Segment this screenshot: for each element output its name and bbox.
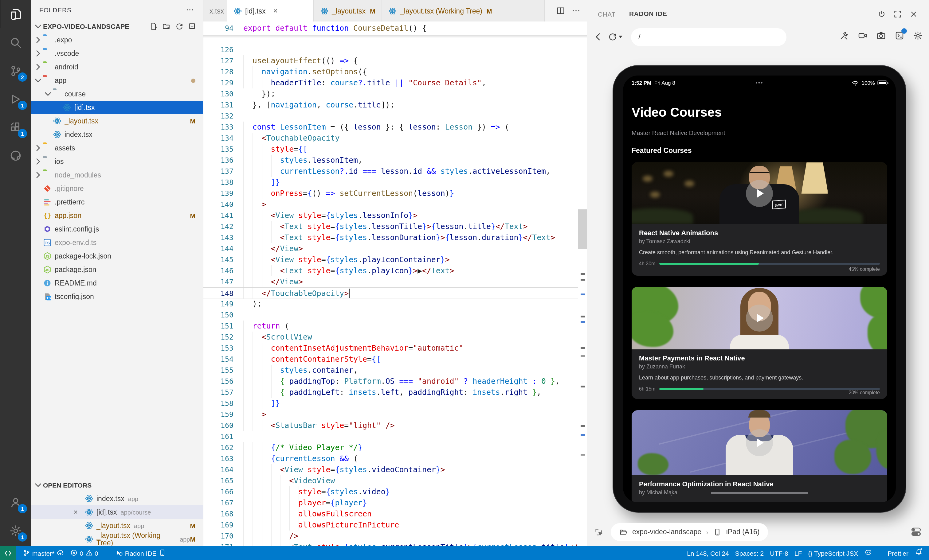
device-screen[interactable]: 1:52 PM Fri Aug 8 ••• 100% Video Courses…	[623, 75, 896, 502]
activity-settings[interactable]: 1	[0, 516, 31, 545]
scrollbar-thumb[interactable]	[578, 210, 587, 249]
video-camera-button[interactable]	[858, 31, 868, 43]
code-line-161: 161	[203, 431, 587, 442]
tree-item-label: app.json	[55, 212, 81, 219]
tree-item-expo-env.d.ts[interactable]: TSexpo-env.d.ts	[31, 236, 203, 249]
tree-item-package.json[interactable]: JSpackage.json	[31, 263, 203, 276]
reload-button[interactable]	[608, 32, 622, 42]
tree-item-index.tsx[interactable]: index.tsx	[31, 128, 203, 141]
activity-run-debug[interactable]: 1	[0, 85, 31, 113]
tree-item-.vscode[interactable]: .vscode	[31, 47, 203, 60]
close-icon[interactable]: ×	[271, 6, 279, 15]
chevron-down-icon[interactable]	[33, 480, 43, 490]
folders-more-actions-icon[interactable]	[185, 6, 194, 14]
status-ln-148-col-24[interactable]: Ln 148, Col 24	[684, 546, 732, 560]
course-author: by Zuzanna Furtak	[639, 364, 880, 370]
status--typescript-jsx[interactable]: {} TypeScript JSX	[805, 546, 861, 560]
tree-item-_layout.tsx[interactable]: _layout.tsxM	[31, 114, 203, 128]
close-icon[interactable]: ×	[71, 508, 80, 516]
more-actions-icon[interactable]	[572, 6, 581, 15]
home-indicator[interactable]	[711, 492, 808, 494]
element-inspector-icon[interactable]	[594, 527, 603, 536]
device-selector[interactable]: expo-video-landscape › iPad (A16)	[611, 523, 768, 541]
panel-tab-chat[interactable]: CHAT	[598, 11, 616, 23]
editor-scrollbar[interactable]	[578, 35, 587, 546]
course-card-1[interactable]: swmReact Native Animationsby Tomasz Zawa…	[632, 162, 887, 276]
svg-text:TS: TS	[45, 241, 50, 245]
activity-source-control[interactable]: 2	[0, 57, 31, 85]
fullscreen-icon[interactable]	[893, 10, 902, 18]
tab-x.tsx[interactable]: x.tsx	[203, 0, 227, 21]
back-icon[interactable]	[593, 32, 603, 42]
status-utf-8[interactable]: UTF-8	[767, 546, 791, 560]
reload-dropdown-icon[interactable]	[619, 36, 622, 38]
tree-item-.expo[interactable]: .expo	[31, 33, 203, 47]
remote-indicator[interactable]	[0, 546, 16, 560]
open-editor-label: [id].tsx	[97, 508, 117, 516]
tree-item-app.json[interactable]: {}app.jsonM	[31, 209, 203, 222]
code-line-145: 145 <View style={styles.playIconContaine…	[203, 254, 587, 265]
tree-item-.prettierrc[interactable]: .prettierrc	[31, 195, 203, 209]
debug-console-button[interactable]	[895, 31, 904, 43]
sticky-scroll-line[interactable]: 94export default function CourseDetail()…	[203, 21, 587, 35]
panel-tab-radon-ide[interactable]: RADON IDE	[629, 10, 667, 23]
activity-search[interactable]	[0, 28, 31, 57]
settings-gear-button[interactable]	[913, 31, 923, 43]
code-line-165: 165 <VideoView	[203, 475, 587, 486]
device-appearance-toggle-icon[interactable]	[911, 526, 921, 537]
tree-item-ios[interactable]: ios	[31, 155, 203, 168]
tree-item-course[interactable]: course	[31, 87, 203, 101]
new-folder-icon[interactable]	[162, 22, 171, 31]
open-editor-[id].tsx[interactable]: ×[id].tsxapp/course	[31, 505, 203, 519]
cloud-upload-icon	[56, 549, 64, 557]
tab-_layout.tsx[interactable]: _layout.tsxM	[314, 0, 382, 21]
tree-item-package-lock.json[interactable]: JSpackage-lock.json	[31, 249, 203, 263]
refresh-icon[interactable]	[175, 22, 184, 31]
status-prettier[interactable]: Prettier	[875, 546, 912, 560]
open-editor-index.tsx[interactable]: index.tsxapp	[31, 492, 203, 505]
collapse-all-icon[interactable]	[188, 22, 196, 31]
course-duration: 6h 15m	[639, 386, 659, 392]
radon-ide-status[interactable]: Radon IDE	[112, 546, 169, 560]
route-url-input[interactable]: /	[631, 28, 786, 46]
new-file-icon[interactable]	[149, 22, 158, 31]
course-card-3[interactable]: Performance Optimization in React Native…	[632, 410, 887, 502]
status-copilot[interactable]	[861, 546, 875, 560]
course-card-2[interactable]: Master Payments in React Nativeby Zuzann…	[632, 287, 887, 399]
power-icon[interactable]	[877, 10, 886, 18]
tree-item-.gitignore[interactable]: .gitignore	[31, 182, 203, 195]
tab-[id].tsx[interactable]: [id].tsx×	[227, 0, 314, 21]
tree-item-[id].tsx[interactable]: [id].tsx	[31, 101, 203, 114]
tab-_layout.tsxWorkingTree[interactable]: _layout.tsx (Working Tree)M	[382, 0, 545, 21]
activity-extensions[interactable]: 1	[0, 113, 31, 141]
open-editor-_layout.tsxWorkingTree[interactable]: _layout.tsx (Working Tree)appM	[31, 532, 203, 546]
tools-button[interactable]	[839, 31, 849, 43]
tree-item-eslint.config.js[interactable]: eslint.config.js	[31, 222, 203, 236]
play-button[interactable]	[746, 429, 773, 456]
activity-explorer[interactable]	[0, 0, 31, 28]
workspace-root-row[interactable]: EXPO-VIDEO-LANDSCAPE	[31, 20, 203, 33]
code-editor[interactable]: 126127 useLayoutEffect(() => {128 naviga…	[203, 35, 587, 546]
play-button[interactable]	[746, 304, 773, 332]
tree-item-node_modules[interactable]: node_modules	[31, 168, 203, 182]
tree-item-android[interactable]: android	[31, 60, 203, 74]
activity-accounts[interactable]: 1	[0, 488, 31, 516]
close-icon[interactable]	[909, 10, 918, 18]
activity-github[interactable]	[0, 141, 31, 170]
status-spaces-2[interactable]: Spaces: 2	[732, 546, 767, 560]
problems-status[interactable]: 00	[67, 546, 101, 560]
camera-button[interactable]	[876, 31, 886, 43]
tree-item-tsconfig.json[interactable]: TStsconfig.json	[31, 290, 203, 303]
open-editor-_layout.tsx[interactable]: _layout.tsxappM	[31, 519, 203, 532]
tree-item-README.md[interactable]: iREADME.md	[31, 276, 203, 290]
code-line-126: 126	[203, 44, 587, 55]
git-branch-status[interactable]: master*	[20, 546, 67, 560]
tree-item-app[interactable]: app	[31, 74, 203, 87]
status-bell[interactable]	[912, 546, 925, 560]
play-button[interactable]	[746, 180, 773, 207]
status-lf[interactable]: LF	[791, 546, 805, 560]
chev-d-icon	[33, 75, 43, 85]
tree-item-assets[interactable]: assets	[31, 141, 203, 155]
code-line-140: 140 >	[203, 199, 587, 210]
split-editor-icon[interactable]	[556, 6, 565, 15]
